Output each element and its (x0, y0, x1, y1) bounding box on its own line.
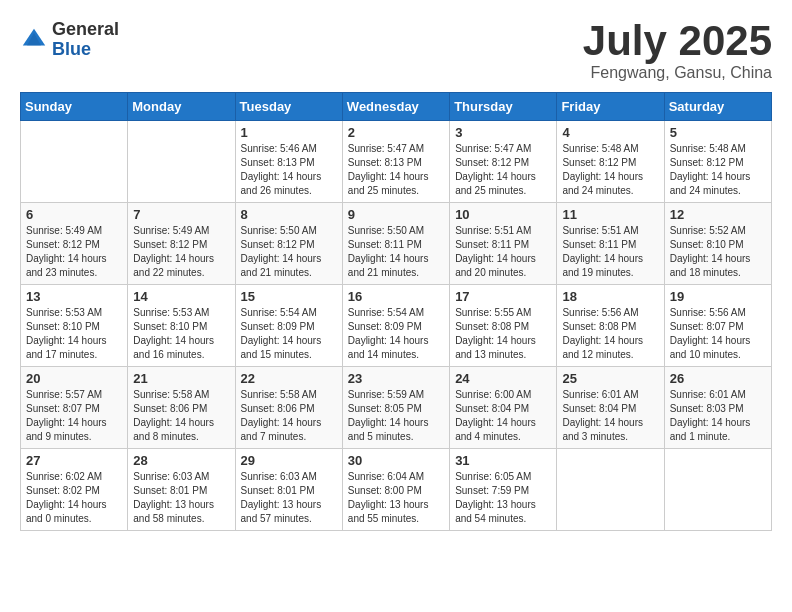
calendar-cell: 20Sunrise: 5:57 AM Sunset: 8:07 PM Dayli… (21, 367, 128, 449)
day-info: Sunrise: 6:05 AM Sunset: 7:59 PM Dayligh… (455, 470, 551, 526)
calendar-cell: 18Sunrise: 5:56 AM Sunset: 8:08 PM Dayli… (557, 285, 664, 367)
calendar-cell: 30Sunrise: 6:04 AM Sunset: 8:00 PM Dayli… (342, 449, 449, 531)
calendar-cell: 6Sunrise: 5:49 AM Sunset: 8:12 PM Daylig… (21, 203, 128, 285)
day-number: 14 (133, 289, 229, 304)
day-info: Sunrise: 5:51 AM Sunset: 8:11 PM Dayligh… (455, 224, 551, 280)
calendar-cell: 21Sunrise: 5:58 AM Sunset: 8:06 PM Dayli… (128, 367, 235, 449)
calendar-week-5: 27Sunrise: 6:02 AM Sunset: 8:02 PM Dayli… (21, 449, 772, 531)
day-info: Sunrise: 5:50 AM Sunset: 8:12 PM Dayligh… (241, 224, 337, 280)
calendar-cell: 13Sunrise: 5:53 AM Sunset: 8:10 PM Dayli… (21, 285, 128, 367)
day-info: Sunrise: 5:58 AM Sunset: 8:06 PM Dayligh… (133, 388, 229, 444)
day-info: Sunrise: 5:47 AM Sunset: 8:13 PM Dayligh… (348, 142, 444, 198)
day-number: 28 (133, 453, 229, 468)
calendar-cell: 31Sunrise: 6:05 AM Sunset: 7:59 PM Dayli… (450, 449, 557, 531)
day-info: Sunrise: 6:01 AM Sunset: 8:03 PM Dayligh… (670, 388, 766, 444)
calendar-cell: 22Sunrise: 5:58 AM Sunset: 8:06 PM Dayli… (235, 367, 342, 449)
day-info: Sunrise: 5:54 AM Sunset: 8:09 PM Dayligh… (348, 306, 444, 362)
day-number: 12 (670, 207, 766, 222)
day-number: 3 (455, 125, 551, 140)
calendar-cell: 4Sunrise: 5:48 AM Sunset: 8:12 PM Daylig… (557, 121, 664, 203)
day-number: 11 (562, 207, 658, 222)
calendar-cell: 26Sunrise: 6:01 AM Sunset: 8:03 PM Dayli… (664, 367, 771, 449)
day-info: Sunrise: 6:03 AM Sunset: 8:01 PM Dayligh… (241, 470, 337, 526)
day-info: Sunrise: 6:03 AM Sunset: 8:01 PM Dayligh… (133, 470, 229, 526)
day-info: Sunrise: 6:02 AM Sunset: 8:02 PM Dayligh… (26, 470, 122, 526)
day-number: 4 (562, 125, 658, 140)
calendar-cell: 9Sunrise: 5:50 AM Sunset: 8:11 PM Daylig… (342, 203, 449, 285)
day-info: Sunrise: 5:55 AM Sunset: 8:08 PM Dayligh… (455, 306, 551, 362)
calendar-cell: 29Sunrise: 6:03 AM Sunset: 8:01 PM Dayli… (235, 449, 342, 531)
day-number: 8 (241, 207, 337, 222)
calendar-cell: 10Sunrise: 5:51 AM Sunset: 8:11 PM Dayli… (450, 203, 557, 285)
logo-general: General (52, 20, 119, 40)
day-number: 30 (348, 453, 444, 468)
logo: General Blue (20, 20, 119, 60)
day-info: Sunrise: 6:04 AM Sunset: 8:00 PM Dayligh… (348, 470, 444, 526)
calendar-cell: 8Sunrise: 5:50 AM Sunset: 8:12 PM Daylig… (235, 203, 342, 285)
calendar-cell: 5Sunrise: 5:48 AM Sunset: 8:12 PM Daylig… (664, 121, 771, 203)
calendar-week-3: 13Sunrise: 5:53 AM Sunset: 8:10 PM Dayli… (21, 285, 772, 367)
weekday-header-saturday: Saturday (664, 93, 771, 121)
calendar-cell: 25Sunrise: 6:01 AM Sunset: 8:04 PM Dayli… (557, 367, 664, 449)
calendar-cell: 16Sunrise: 5:54 AM Sunset: 8:09 PM Dayli… (342, 285, 449, 367)
calendar-cell: 19Sunrise: 5:56 AM Sunset: 8:07 PM Dayli… (664, 285, 771, 367)
day-number: 13 (26, 289, 122, 304)
calendar-table: SundayMondayTuesdayWednesdayThursdayFrid… (20, 92, 772, 531)
day-number: 6 (26, 207, 122, 222)
calendar-cell: 17Sunrise: 5:55 AM Sunset: 8:08 PM Dayli… (450, 285, 557, 367)
calendar-cell: 7Sunrise: 5:49 AM Sunset: 8:12 PM Daylig… (128, 203, 235, 285)
calendar-cell (21, 121, 128, 203)
day-number: 29 (241, 453, 337, 468)
calendar-cell (128, 121, 235, 203)
day-number: 26 (670, 371, 766, 386)
weekday-header-tuesday: Tuesday (235, 93, 342, 121)
calendar-cell: 14Sunrise: 5:53 AM Sunset: 8:10 PM Dayli… (128, 285, 235, 367)
day-info: Sunrise: 5:52 AM Sunset: 8:10 PM Dayligh… (670, 224, 766, 280)
day-number: 5 (670, 125, 766, 140)
day-info: Sunrise: 5:57 AM Sunset: 8:07 PM Dayligh… (26, 388, 122, 444)
logo-blue: Blue (52, 40, 119, 60)
day-info: Sunrise: 5:48 AM Sunset: 8:12 PM Dayligh… (562, 142, 658, 198)
day-number: 16 (348, 289, 444, 304)
day-info: Sunrise: 5:51 AM Sunset: 8:11 PM Dayligh… (562, 224, 658, 280)
calendar-week-1: 1Sunrise: 5:46 AM Sunset: 8:13 PM Daylig… (21, 121, 772, 203)
weekday-header-thursday: Thursday (450, 93, 557, 121)
day-number: 23 (348, 371, 444, 386)
calendar-cell: 27Sunrise: 6:02 AM Sunset: 8:02 PM Dayli… (21, 449, 128, 531)
calendar-cell: 23Sunrise: 5:59 AM Sunset: 8:05 PM Dayli… (342, 367, 449, 449)
day-info: Sunrise: 5:49 AM Sunset: 8:12 PM Dayligh… (133, 224, 229, 280)
day-info: Sunrise: 5:53 AM Sunset: 8:10 PM Dayligh… (26, 306, 122, 362)
weekday-header-sunday: Sunday (21, 93, 128, 121)
day-number: 15 (241, 289, 337, 304)
calendar-cell: 11Sunrise: 5:51 AM Sunset: 8:11 PM Dayli… (557, 203, 664, 285)
calendar-cell: 24Sunrise: 6:00 AM Sunset: 8:04 PM Dayli… (450, 367, 557, 449)
location: Fengwang, Gansu, China (583, 64, 772, 82)
weekday-header-row: SundayMondayTuesdayWednesdayThursdayFrid… (21, 93, 772, 121)
day-number: 17 (455, 289, 551, 304)
day-number: 24 (455, 371, 551, 386)
logo-icon (20, 26, 48, 54)
logo-text: General Blue (52, 20, 119, 60)
calendar-cell: 1Sunrise: 5:46 AM Sunset: 8:13 PM Daylig… (235, 121, 342, 203)
calendar-cell: 3Sunrise: 5:47 AM Sunset: 8:12 PM Daylig… (450, 121, 557, 203)
day-info: Sunrise: 5:53 AM Sunset: 8:10 PM Dayligh… (133, 306, 229, 362)
day-info: Sunrise: 5:58 AM Sunset: 8:06 PM Dayligh… (241, 388, 337, 444)
calendar-cell: 15Sunrise: 5:54 AM Sunset: 8:09 PM Dayli… (235, 285, 342, 367)
month-title: July 2025 (583, 20, 772, 62)
calendar-cell (664, 449, 771, 531)
day-info: Sunrise: 5:59 AM Sunset: 8:05 PM Dayligh… (348, 388, 444, 444)
day-number: 19 (670, 289, 766, 304)
day-number: 27 (26, 453, 122, 468)
day-info: Sunrise: 5:49 AM Sunset: 8:12 PM Dayligh… (26, 224, 122, 280)
calendar-cell (557, 449, 664, 531)
day-info: Sunrise: 5:56 AM Sunset: 8:07 PM Dayligh… (670, 306, 766, 362)
weekday-header-monday: Monday (128, 93, 235, 121)
day-number: 22 (241, 371, 337, 386)
day-info: Sunrise: 5:47 AM Sunset: 8:12 PM Dayligh… (455, 142, 551, 198)
day-number: 2 (348, 125, 444, 140)
day-info: Sunrise: 5:50 AM Sunset: 8:11 PM Dayligh… (348, 224, 444, 280)
calendar-cell: 28Sunrise: 6:03 AM Sunset: 8:01 PM Dayli… (128, 449, 235, 531)
day-info: Sunrise: 6:01 AM Sunset: 8:04 PM Dayligh… (562, 388, 658, 444)
day-info: Sunrise: 5:46 AM Sunset: 8:13 PM Dayligh… (241, 142, 337, 198)
calendar-week-2: 6Sunrise: 5:49 AM Sunset: 8:12 PM Daylig… (21, 203, 772, 285)
